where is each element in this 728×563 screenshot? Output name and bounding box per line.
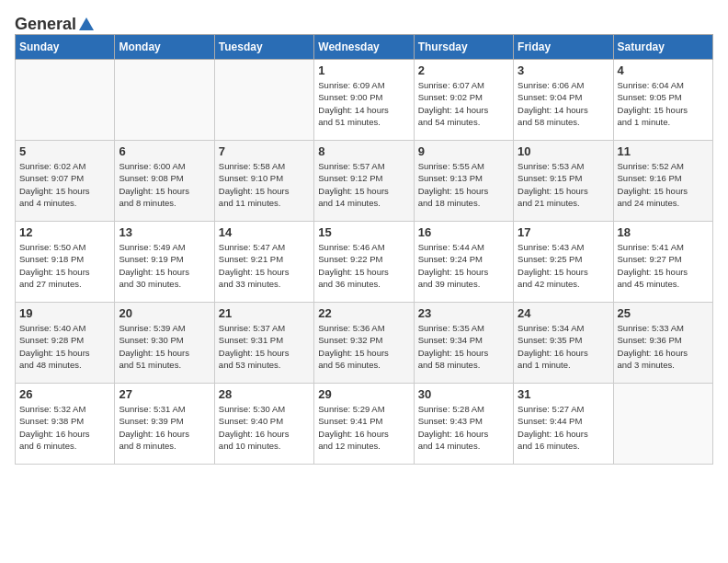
day-number: 1 (318, 63, 409, 77)
weekday-header-sunday: Sunday (16, 35, 115, 60)
day-detail: Sunrise: 5:34 AM Sunset: 9:35 PM Dayligh… (518, 322, 609, 371)
day-cell-1: 1Sunrise: 6:09 AM Sunset: 9:00 PM Daylig… (314, 60, 414, 141)
day-detail: Sunrise: 5:40 AM Sunset: 9:28 PM Dayligh… (19, 322, 110, 371)
day-cell-29: 29Sunrise: 5:29 AM Sunset: 9:41 PM Dayli… (314, 384, 414, 465)
weekday-header-thursday: Thursday (414, 35, 513, 60)
day-cell-27: 27Sunrise: 5:31 AM Sunset: 9:39 PM Dayli… (115, 384, 214, 465)
day-cell-3: 3Sunrise: 6:06 AM Sunset: 9:04 PM Daylig… (514, 60, 613, 141)
day-detail: Sunrise: 5:46 AM Sunset: 9:22 PM Dayligh… (318, 241, 409, 290)
day-cell-19: 19Sunrise: 5:40 AM Sunset: 9:28 PM Dayli… (16, 303, 115, 384)
day-detail: Sunrise: 5:44 AM Sunset: 9:24 PM Dayligh… (418, 241, 509, 290)
weekday-header-friday: Friday (514, 35, 613, 60)
day-number: 9 (418, 144, 509, 158)
day-cell-25: 25Sunrise: 5:33 AM Sunset: 9:36 PM Dayli… (613, 303, 712, 384)
day-cell-6: 6Sunrise: 6:00 AM Sunset: 9:08 PM Daylig… (115, 141, 214, 222)
day-detail: Sunrise: 6:07 AM Sunset: 9:02 PM Dayligh… (418, 79, 509, 128)
day-number: 22 (318, 306, 409, 320)
week-row-4: 19Sunrise: 5:40 AM Sunset: 9:28 PM Dayli… (16, 303, 713, 384)
day-number: 27 (119, 387, 210, 401)
day-detail: Sunrise: 5:33 AM Sunset: 9:36 PM Dayligh… (618, 322, 709, 371)
week-row-2: 5Sunrise: 6:02 AM Sunset: 9:07 PM Daylig… (16, 141, 713, 222)
day-cell-26: 26Sunrise: 5:32 AM Sunset: 9:38 PM Dayli… (16, 384, 115, 465)
day-detail: Sunrise: 5:52 AM Sunset: 9:16 PM Dayligh… (618, 160, 709, 209)
weekday-header-wednesday: Wednesday (314, 35, 414, 60)
day-number: 25 (618, 306, 709, 320)
empty-cell (613, 384, 712, 465)
day-number: 15 (318, 225, 409, 239)
week-row-5: 26Sunrise: 5:32 AM Sunset: 9:38 PM Dayli… (16, 384, 713, 465)
day-cell-4: 4Sunrise: 6:04 AM Sunset: 9:05 PM Daylig… (613, 60, 712, 141)
day-number: 31 (518, 387, 609, 401)
day-cell-11: 11Sunrise: 5:52 AM Sunset: 9:16 PM Dayli… (613, 141, 712, 222)
day-number: 3 (518, 63, 609, 77)
week-row-3: 12Sunrise: 5:50 AM Sunset: 9:18 PM Dayli… (16, 222, 713, 303)
day-number: 12 (19, 225, 110, 239)
day-detail: Sunrise: 5:29 AM Sunset: 9:41 PM Dayligh… (318, 403, 409, 452)
day-number: 14 (219, 225, 310, 239)
day-detail: Sunrise: 5:57 AM Sunset: 9:12 PM Dayligh… (318, 160, 409, 209)
day-cell-18: 18Sunrise: 5:41 AM Sunset: 9:27 PM Dayli… (613, 222, 712, 303)
logo-general: General (15, 15, 76, 34)
week-row-1: 1Sunrise: 6:09 AM Sunset: 9:00 PM Daylig… (16, 60, 713, 141)
day-detail: Sunrise: 5:30 AM Sunset: 9:40 PM Dayligh… (219, 403, 310, 452)
day-number: 8 (318, 144, 409, 158)
day-detail: Sunrise: 5:41 AM Sunset: 9:27 PM Dayligh… (618, 241, 709, 290)
day-number: 13 (119, 225, 210, 239)
day-detail: Sunrise: 5:47 AM Sunset: 9:21 PM Dayligh… (219, 241, 310, 290)
day-cell-7: 7Sunrise: 5:58 AM Sunset: 9:10 PM Daylig… (214, 141, 313, 222)
day-cell-9: 9Sunrise: 5:55 AM Sunset: 9:13 PM Daylig… (414, 141, 513, 222)
weekday-header-row: SundayMondayTuesdayWednesdayThursdayFrid… (16, 35, 713, 60)
day-number: 10 (518, 144, 609, 158)
day-cell-30: 30Sunrise: 5:28 AM Sunset: 9:43 PM Dayli… (414, 384, 513, 465)
empty-cell (16, 60, 115, 141)
day-number: 17 (518, 225, 609, 239)
svg-marker-0 (79, 17, 94, 30)
day-detail: Sunrise: 5:27 AM Sunset: 9:44 PM Dayligh… (518, 403, 609, 452)
day-number: 5 (19, 144, 110, 158)
day-detail: Sunrise: 6:09 AM Sunset: 9:00 PM Dayligh… (318, 79, 409, 128)
day-number: 7 (219, 144, 310, 158)
day-cell-12: 12Sunrise: 5:50 AM Sunset: 9:18 PM Dayli… (16, 222, 115, 303)
day-number: 2 (418, 63, 509, 77)
day-number: 30 (418, 387, 509, 401)
empty-cell (214, 60, 313, 141)
day-detail: Sunrise: 5:50 AM Sunset: 9:18 PM Dayligh… (19, 241, 110, 290)
day-detail: Sunrise: 5:39 AM Sunset: 9:30 PM Dayligh… (119, 322, 210, 371)
weekday-header-saturday: Saturday (613, 35, 712, 60)
logo-icon (77, 16, 96, 34)
day-detail: Sunrise: 5:58 AM Sunset: 9:10 PM Dayligh… (219, 160, 310, 209)
day-cell-28: 28Sunrise: 5:30 AM Sunset: 9:40 PM Dayli… (214, 384, 313, 465)
day-number: 24 (518, 306, 609, 320)
day-cell-15: 15Sunrise: 5:46 AM Sunset: 9:22 PM Dayli… (314, 222, 414, 303)
day-number: 4 (618, 63, 709, 77)
day-cell-16: 16Sunrise: 5:44 AM Sunset: 9:24 PM Dayli… (414, 222, 513, 303)
day-detail: Sunrise: 5:32 AM Sunset: 9:38 PM Dayligh… (19, 403, 110, 452)
day-number: 6 (119, 144, 210, 158)
day-detail: Sunrise: 5:35 AM Sunset: 9:34 PM Dayligh… (418, 322, 509, 371)
day-number: 11 (618, 144, 709, 158)
day-cell-23: 23Sunrise: 5:35 AM Sunset: 9:34 PM Dayli… (414, 303, 513, 384)
day-detail: Sunrise: 6:00 AM Sunset: 9:08 PM Dayligh… (119, 160, 210, 209)
day-detail: Sunrise: 6:04 AM Sunset: 9:05 PM Dayligh… (618, 79, 709, 128)
day-detail: Sunrise: 6:06 AM Sunset: 9:04 PM Dayligh… (518, 79, 609, 128)
day-number: 18 (618, 225, 709, 239)
day-cell-17: 17Sunrise: 5:43 AM Sunset: 9:25 PM Dayli… (514, 222, 613, 303)
day-detail: Sunrise: 5:31 AM Sunset: 9:39 PM Dayligh… (119, 403, 210, 452)
day-cell-22: 22Sunrise: 5:36 AM Sunset: 9:32 PM Dayli… (314, 303, 414, 384)
weekday-header-tuesday: Tuesday (214, 35, 313, 60)
day-detail: Sunrise: 5:36 AM Sunset: 9:32 PM Dayligh… (318, 322, 409, 371)
day-detail: Sunrise: 5:43 AM Sunset: 9:25 PM Dayligh… (518, 241, 609, 290)
day-detail: Sunrise: 5:28 AM Sunset: 9:43 PM Dayligh… (418, 403, 509, 452)
day-cell-2: 2Sunrise: 6:07 AM Sunset: 9:02 PM Daylig… (414, 60, 513, 141)
day-cell-5: 5Sunrise: 6:02 AM Sunset: 9:07 PM Daylig… (16, 141, 115, 222)
day-detail: Sunrise: 5:55 AM Sunset: 9:13 PM Dayligh… (418, 160, 509, 209)
logo: General (15, 15, 96, 30)
day-cell-21: 21Sunrise: 5:37 AM Sunset: 9:31 PM Dayli… (214, 303, 313, 384)
day-number: 16 (418, 225, 509, 239)
day-number: 28 (219, 387, 310, 401)
day-detail: Sunrise: 5:37 AM Sunset: 9:31 PM Dayligh… (219, 322, 310, 371)
day-number: 19 (19, 306, 110, 320)
day-cell-20: 20Sunrise: 5:39 AM Sunset: 9:30 PM Dayli… (115, 303, 214, 384)
day-detail: Sunrise: 6:02 AM Sunset: 9:07 PM Dayligh… (19, 160, 110, 209)
day-cell-31: 31Sunrise: 5:27 AM Sunset: 9:44 PM Dayli… (514, 384, 613, 465)
